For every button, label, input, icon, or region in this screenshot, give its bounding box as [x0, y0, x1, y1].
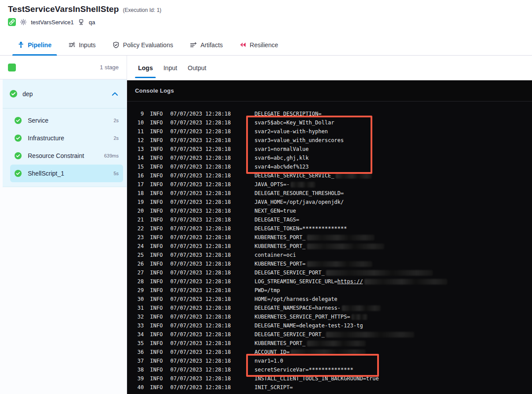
log-level: INFO — [150, 356, 170, 365]
log-line: 27INFO07/07/2023 12:28:18DELEGATE_SERVIC… — [127, 268, 532, 277]
log-timestamp: 07/07/2023 12:28:18 — [170, 330, 231, 339]
stage-group-header[interactable]: dep — [3, 79, 127, 109]
log-timestamp: 07/07/2023 12:28:18 — [170, 277, 231, 286]
log-line-number: 34 — [127, 330, 144, 339]
log-line-number: 29 — [127, 286, 144, 295]
tab-input[interactable]: Input — [163, 57, 177, 79]
log-line: 11INFO07/07/2023 12:28:18svar2=value-wit… — [127, 127, 532, 136]
log-level: INFO — [150, 312, 170, 321]
log-message: HOME=/opt/harness-delegate — [255, 295, 337, 304]
tab-label: Artifacts — [200, 41, 223, 49]
service-name[interactable]: testVarsService1 — [31, 19, 74, 26]
log-line-number: 35 — [127, 339, 144, 348]
log-message: svar2=value-with-hyphen — [255, 127, 328, 136]
log-line-number: 13 — [127, 145, 144, 154]
log-text: secretServiceVar=************** — [255, 365, 353, 374]
log-level: INFO — [150, 136, 170, 145]
log-level: INFO — [150, 348, 170, 356]
log-level: INFO — [150, 330, 170, 339]
log-timestamp: 07/07/2023 12:28:18 — [170, 321, 231, 330]
log-link[interactable]: https:// — [337, 277, 363, 286]
step-list-item[interactable]: ShellScript_1 5s — [10, 165, 123, 182]
console-header: Console Logs — [127, 80, 532, 101]
environment-name[interactable]: qa — [89, 19, 95, 26]
log-line-number: 18 — [127, 189, 144, 198]
chevron-up-icon[interactable] — [112, 92, 118, 96]
log-message: svar6=abc,ghj,klk — [255, 154, 309, 162]
stage-group-label: dep — [22, 90, 107, 98]
pipeline-icon — [18, 41, 24, 48]
tab-inputs[interactable]: Inputs — [63, 34, 101, 55]
redacted-text — [307, 261, 372, 267]
log-message: PWD=/tmp — [255, 286, 280, 295]
stage-status-square[interactable] — [8, 64, 16, 71]
redacted-text — [307, 341, 366, 346]
redacted-text — [326, 332, 414, 338]
log-line-number: 14 — [127, 154, 144, 162]
log-line: 14INFO07/07/2023 12:28:18svar6=abc,ghj,k… — [127, 154, 532, 162]
log-line-number: 28 — [127, 277, 144, 286]
log-line-number: 19 — [127, 198, 144, 206]
log-level: INFO — [150, 321, 170, 330]
execution-nav-tabs: Pipeline Inputs Policy Evaluations Artif… — [0, 34, 532, 56]
tab-artifacts[interactable]: Artifacts — [184, 34, 228, 55]
step-list-item[interactable]: Resource Constraint 639ms — [10, 147, 123, 165]
log-text: nvar1=1.0 — [255, 356, 283, 365]
step-list-item[interactable]: Infrastructure 2s — [10, 129, 123, 147]
log-text: DELEGATE_TOKEN=************** — [255, 224, 347, 233]
log-line: 15INFO07/07/2023 12:28:18svar4=abc%def%1… — [127, 162, 532, 171]
resilience-icon — [240, 41, 246, 48]
log-text: DELEGATE_TAGS= — [255, 215, 299, 224]
tab-resilience[interactable]: Resilience — [234, 34, 284, 55]
log-message: DELEGATE_SERVICE_PORT_ — [255, 268, 433, 277]
log-line: 39INFO07/07/2023 12:28:18INSTALL_CLIENT_… — [127, 374, 532, 383]
log-line-number: 9 — [127, 109, 144, 118]
log-text: KUBERNETES_SERVICE_PORT_HTTPS= — [255, 312, 350, 321]
log-line-number: 26 — [127, 259, 144, 268]
log-timestamp: 07/07/2023 12:28:18 — [170, 189, 231, 198]
log-text: KUBERNETES_PORT_ — [255, 233, 306, 242]
tab-logs[interactable]: Logs — [138, 57, 153, 79]
log-message: DELEGATE_SERVICE_PORT_ — [255, 330, 414, 339]
log-timestamp: 07/07/2023 12:28:18 — [170, 206, 231, 215]
log-text: container=oci — [255, 251, 296, 259]
log-level: INFO — [150, 198, 170, 206]
log-timestamp: 07/07/2023 12:28:18 — [170, 348, 231, 356]
stage-count: 1 stage — [100, 64, 119, 71]
tab-pipeline[interactable]: Pipeline — [12, 34, 57, 55]
log-line: 12INFO07/07/2023 12:28:18svar3=value_wit… — [127, 136, 532, 145]
log-level: INFO — [150, 215, 170, 224]
step-name: Resource Constraint — [28, 152, 98, 159]
log-line: 31INFO07/07/2023 12:28:18DELEGATE_NAMESP… — [127, 304, 532, 312]
log-line: 22INFO07/07/2023 12:28:18DELEGATE_TOKEN=… — [127, 224, 532, 233]
redacted-text — [291, 349, 366, 355]
log-line: 16INFO07/07/2023 12:28:18DELEGATE_SERVIC… — [127, 171, 532, 180]
log-line: 9INFO07/07/2023 12:28:18DELEGATE_DESCRIP… — [127, 109, 532, 118]
redacted-text — [364, 279, 447, 285]
log-text: PWD=/tmp — [255, 286, 280, 295]
tab-policy-evaluations[interactable]: Policy Evaluations — [107, 34, 179, 55]
log-level: INFO — [150, 162, 170, 171]
check-circle-icon — [15, 135, 22, 142]
execution-header: TestServiceVarsInShellStep (Execution Id… — [0, 0, 532, 34]
log-timestamp: 07/07/2023 12:28:18 — [170, 365, 231, 374]
gear-icon[interactable] — [20, 19, 27, 26]
redacted-text — [352, 314, 367, 320]
log-line: 33INFO07/07/2023 12:28:18DELEGATE_NAME=d… — [127, 321, 532, 330]
log-message: nvar1=1.0 — [255, 356, 283, 365]
log-line: 36INFO07/07/2023 12:28:18ACCOUNT_ID= — [127, 348, 532, 356]
log-level: INFO — [150, 224, 170, 233]
log-level: INFO — [150, 127, 170, 136]
redacted-text — [326, 270, 433, 276]
redacted-text — [336, 173, 372, 179]
log-line: 37INFO07/07/2023 12:28:18nvar1=1.0 — [127, 356, 532, 365]
log-line: 38INFO07/07/2023 12:28:18secretServiceVa… — [127, 365, 532, 374]
check-circle-icon — [10, 90, 17, 98]
tab-output[interactable]: Output — [188, 57, 206, 79]
log-line-number: 10 — [127, 118, 144, 127]
log-text: DELEGATE_NAMESPACE=harness- — [255, 304, 341, 312]
step-list-item[interactable]: Service 2s — [10, 112, 123, 129]
check-circle-icon — [15, 152, 22, 159]
log-message: DELEGATE_RESOURCE_THRESHOLD= — [255, 189, 344, 198]
log-level: INFO — [150, 286, 170, 295]
